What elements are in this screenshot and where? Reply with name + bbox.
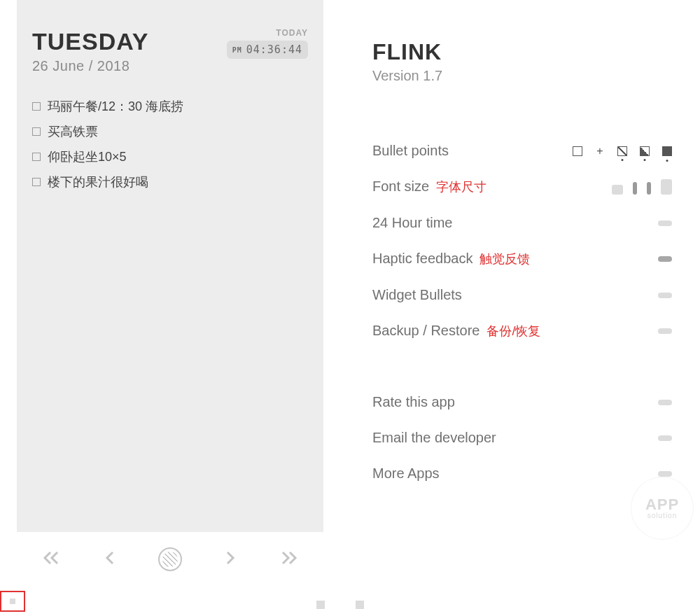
list-item[interactable]: 楼下的果汁很好喝	[32, 169, 308, 195]
checkbox-icon[interactable]	[32, 153, 41, 161]
time-ampm: PM	[232, 46, 242, 54]
date-block: TUESDAY 26 June / 2018	[32, 28, 148, 74]
font-size-stepper[interactable]	[612, 179, 672, 195]
checkbox-icon[interactable]	[32, 127, 41, 136]
chevron-right-icon[interactable]	[658, 328, 672, 334]
bullet-style-slash-square-icon[interactable]	[617, 146, 627, 156]
annotation-text: 备份/恢复	[486, 323, 540, 340]
list-item[interactable]: 玛丽午餐/12：30 海底捞	[32, 94, 308, 119]
bullet-style-filled-square-icon[interactable]	[662, 146, 672, 156]
toggle-on-icon[interactable]	[658, 256, 672, 262]
chevron-right-icon[interactable]	[658, 471, 672, 477]
bullet-style-empty-square-icon[interactable]	[573, 146, 582, 156]
setting-bullet-points[interactable]: Bullet points +	[372, 133, 672, 169]
setting-label: Bullet points	[372, 143, 449, 159]
more-block: Rate this app Email the developer More A…	[372, 384, 672, 491]
setting-label: Haptic feedback	[372, 251, 472, 267]
selection-marker	[0, 591, 25, 612]
checkbox-icon[interactable]	[32, 178, 41, 186]
todo-text: 玛丽午餐/12：30 海底捞	[48, 98, 183, 115]
right-panel: FLINK Version 1.7 Bullet points + Font s…	[340, 0, 700, 616]
today-label: TODAY	[276, 28, 308, 38]
link-email-developer[interactable]: Email the developer	[372, 420, 672, 456]
setting-label: Font size	[372, 178, 429, 195]
bullet-style-plus-icon[interactable]: +	[595, 146, 605, 156]
setting-widget-bullets[interactable]: Widget Bullets	[372, 277, 672, 313]
link-label: More Apps	[372, 465, 440, 482]
chevron-left-icon[interactable]	[103, 550, 117, 569]
chevron-right-icon[interactable]	[658, 435, 672, 441]
page-dots	[316, 601, 364, 609]
toggle-icon[interactable]	[658, 293, 672, 298]
hatched-circle-icon	[162, 552, 178, 567]
link-label: Rate this app	[372, 394, 455, 410]
setting-label: Widget Bullets	[372, 287, 462, 303]
note-canvas: TUESDAY 26 June / 2018 TODAY PM 04:36:44…	[17, 0, 323, 532]
toggle-icon[interactable]	[658, 220, 672, 226]
link-rate-app[interactable]: Rate this app	[372, 384, 672, 420]
checkbox-icon[interactable]	[32, 102, 41, 111]
size-small-icon[interactable]	[612, 185, 623, 195]
page-dot-icon[interactable]	[316, 601, 325, 609]
setting-label: Backup / Restore	[372, 323, 479, 339]
chevron-right-icon[interactable]	[658, 400, 672, 405]
chevron-right-icon[interactable]	[223, 550, 237, 569]
list-item[interactable]: 仰卧起坐10×5	[32, 144, 308, 169]
logo-main: APP	[645, 497, 679, 512]
day-of-week: TUESDAY	[32, 28, 148, 55]
logo-sub: solution	[648, 512, 677, 519]
todo-text: 买高铁票	[48, 123, 98, 140]
page-dot-icon	[10, 598, 15, 604]
setting-font-size[interactable]: Font size 字体尺寸	[372, 169, 672, 205]
page-dot-icon[interactable]	[356, 601, 364, 609]
todo-text: 仰卧起坐10×5	[48, 148, 127, 165]
double-chevron-left-icon[interactable]	[42, 550, 62, 569]
app-solution-logo: APP solution	[631, 477, 693, 539]
size-medium-icon[interactable]	[647, 182, 651, 195]
list-item[interactable]: 买高铁票	[32, 119, 308, 144]
date-text: 26 June / 2018	[32, 58, 148, 74]
app-title: FLINK	[372, 39, 672, 65]
size-medium-icon[interactable]	[633, 182, 637, 195]
setting-24-hour[interactable]: 24 Hour time	[372, 205, 672, 241]
settings-block: Bullet points + Font size 字体尺寸	[372, 133, 672, 349]
annotation-text: 触觉反馈	[479, 251, 530, 267]
setting-haptic[interactable]: Haptic feedback 触觉反馈	[372, 241, 672, 277]
setting-backup-restore[interactable]: Backup / Restore 备份/恢复	[372, 313, 672, 349]
double-chevron-right-icon[interactable]	[279, 550, 298, 569]
size-large-icon[interactable]	[661, 179, 672, 195]
todo-list: 玛丽午餐/12：30 海底捞 买高铁票 仰卧起坐10×5 楼下的果汁很好喝	[32, 94, 308, 195]
today-block: TODAY PM 04:36:44	[227, 28, 308, 59]
left-panel: TUESDAY 26 June / 2018 TODAY PM 04:36:44…	[0, 0, 340, 616]
note-header: TUESDAY 26 June / 2018 TODAY PM 04:36:44	[32, 28, 308, 74]
todo-text: 楼下的果汁很好喝	[48, 174, 148, 190]
setting-label: 24 Hour time	[372, 215, 453, 231]
app-version: Version 1.7	[372, 68, 672, 84]
time-badge: PM 04:36:44	[227, 41, 308, 59]
bullet-style-picker[interactable]: +	[573, 146, 672, 156]
today-button[interactable]	[158, 547, 182, 571]
link-label: Email the developer	[372, 430, 496, 446]
bullet-style-half-square-icon[interactable]	[640, 146, 650, 156]
annotation-text: 字体尺寸	[436, 178, 486, 195]
time-value: 04:36:44	[246, 43, 302, 56]
link-more-apps[interactable]: More Apps	[372, 456, 672, 491]
nav-bar	[0, 547, 340, 571]
